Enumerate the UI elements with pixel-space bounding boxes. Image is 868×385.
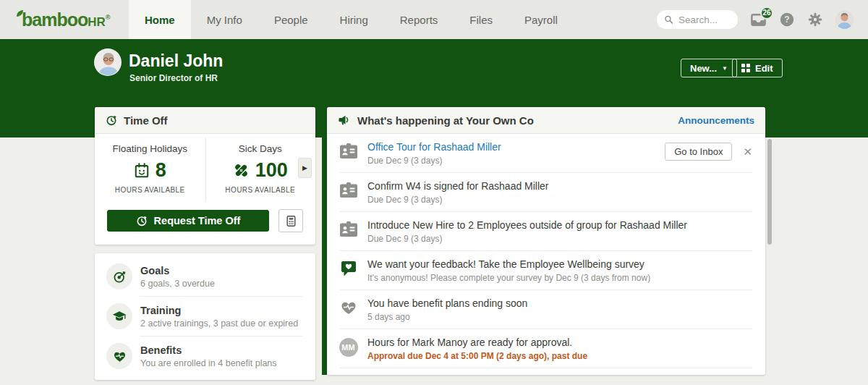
balance-floating-holidays[interactable]: Floating Holidays 8 HOURS AVAILABLE — [95, 143, 205, 194]
tab-home[interactable]: Home — [129, 0, 191, 39]
help-button[interactable]: ? — [779, 12, 795, 28]
search-input[interactable] — [678, 14, 731, 25]
time-off-clock-icon — [106, 114, 117, 126]
id-badge-icon — [339, 221, 358, 237]
id-badge-icon — [339, 182, 358, 198]
feed-item-benefit-plans: You have benefit plans ending soon 5 day… — [327, 290, 765, 329]
feed-item-title[interactable]: We want your feedback! Take the Employee… — [367, 258, 650, 270]
next-arrow-icon: ▶ — [302, 164, 307, 172]
balance-calculator-button[interactable] — [278, 209, 303, 232]
chevron-down-icon: ▼ — [722, 65, 728, 72]
balance-value: 8 — [156, 161, 166, 180]
carousel-next-button[interactable]: ▶ — [298, 158, 312, 178]
feed-left-accent — [322, 134, 327, 375]
balance-label: Floating Holidays — [95, 143, 205, 154]
feed-item-confirm-w4: Confirm W4 is signed for Rashaad Miller … — [327, 173, 765, 211]
feed-item-subtitle: It's anonymous! Please complete your sur… — [367, 273, 650, 283]
time-off-title: Time Off — [124, 114, 168, 127]
feed-item-subtitle: 5 days ago — [367, 312, 527, 322]
tab-files[interactable]: Files — [454, 0, 509, 39]
summary-row-benefits[interactable]: Benefits You are enrolled in 4 benefit p… — [95, 337, 315, 376]
tab-people[interactable]: People — [258, 0, 324, 39]
balance-label: Sick Days — [205, 143, 316, 154]
megaphone-icon — [338, 114, 351, 127]
announcements-link[interactable]: Announcements — [678, 115, 754, 126]
summary-title: Benefits — [140, 344, 277, 356]
time-off-card: Time Off Floating Holidays 8 HOURS AVAIL… — [95, 107, 315, 245]
feed-item-subtitle-overdue: Approval due Dec 4 at 5:00 PM (2 days ag… — [367, 351, 587, 361]
request-clock-icon — [136, 215, 148, 227]
feed-item-subtitle: Due Dec 9 (3 days) — [367, 156, 501, 166]
settings-button[interactable] — [807, 12, 823, 28]
tab-payroll[interactable]: Payroll — [509, 0, 574, 39]
feed-item-subtitle: Due Dec 9 (3 days) — [367, 234, 687, 244]
summary-row-training[interactable]: Training 2 active trainings, 3 past due … — [95, 297, 315, 336]
gear-icon — [807, 12, 823, 28]
search-box[interactable] — [657, 10, 738, 29]
employee-name: Daniel John — [129, 51, 223, 71]
feed-item-title[interactable]: You have benefit plans ending soon — [367, 297, 527, 309]
svg-text:?: ? — [784, 14, 789, 25]
benefits-heart-icon — [340, 299, 357, 316]
tab-hiring[interactable]: Hiring — [324, 0, 384, 39]
balance-value: 100 — [255, 161, 288, 180]
feed-item-wellbeing-survey: We want your feedback! Take the Employee… — [327, 251, 765, 289]
inbox-button[interactable]: 26 — [750, 12, 767, 28]
notification-badge: 26 — [760, 7, 773, 20]
grid-icon — [741, 64, 750, 72]
go-to-inbox-button[interactable]: Go to Inbox — [665, 143, 732, 161]
initials-avatar: MM — [339, 338, 358, 357]
summary-card: Goals 6 goals, 3 overdue Training 2 acti… — [95, 253, 315, 380]
bandage-icon — [233, 162, 250, 179]
nav-right-cluster: 26 ? — [657, 0, 868, 39]
feed-item-title[interactable]: Office Tour for Rashaad Miller — [367, 141, 501, 153]
calendar-smile-icon — [134, 163, 150, 179]
profile-avatar[interactable] — [94, 48, 122, 76]
summary-subtitle: You are enrolled in 4 benefit plans — [140, 358, 277, 368]
employee-job-title: Senior Director of HR — [129, 73, 218, 83]
summary-title: Training — [140, 305, 298, 316]
top-nav: bambooHR® Home My Info People Hiring Rep… — [0, 0, 868, 39]
feed-item-title[interactable]: Hours for Mark Manoy are ready for appro… — [367, 337, 587, 348]
user-avatar[interactable] — [835, 11, 854, 29]
benefits-heart-icon — [113, 350, 127, 363]
training-cap-icon — [112, 309, 127, 323]
feedback-bubble-icon — [340, 260, 357, 277]
feed-item-title[interactable]: Introduce New Hire to 2 Employees outsid… — [367, 219, 687, 231]
id-badge-icon — [339, 143, 358, 159]
question-icon: ? — [779, 12, 795, 28]
new-button[interactable]: New...▼ — [681, 59, 737, 77]
feed-item-kim-johnson-hours: Hours for Kim Johnson are ready for appr… — [327, 368, 765, 375]
logo-text: bambooHR® — [22, 9, 110, 30]
time-off-balances: Floating Holidays 8 HOURS AVAILABLE Sick… — [95, 134, 315, 194]
tab-reports[interactable]: Reports — [384, 0, 454, 39]
feed-item-subtitle: Due Dec 9 (3 days) — [367, 195, 549, 205]
summary-subtitle: 2 active trainings, 3 past due or expire… — [140, 318, 298, 329]
feed-title: What's happening at Your Own Co — [357, 114, 534, 127]
time-off-header: Time Off — [95, 107, 315, 134]
balance-unit: HOURS AVAILABLE — [95, 186, 205, 194]
goals-target-icon — [113, 270, 127, 284]
request-time-off-button[interactable]: Request Time Off — [107, 210, 269, 232]
feed-scrollbar-thumb[interactable] — [767, 139, 772, 245]
summary-row-goals[interactable]: Goals 6 goals, 3 overdue — [95, 257, 315, 296]
main-tabs: Home My Info People Hiring Reports Files… — [129, 0, 574, 39]
balance-divider — [205, 138, 206, 201]
feed-header: What's happening at Your Own Co Announce… — [327, 107, 765, 134]
feed-item-title[interactable]: Confirm W4 is signed for Rashaad Miller — [367, 180, 549, 192]
balance-unit: HOURS AVAILABLE — [205, 186, 316, 194]
leaf-icon — [16, 9, 25, 18]
close-icon[interactable]: ✕ — [743, 146, 752, 157]
feed-item-mark-manoy-hours: MM Hours for Mark Manoy are ready for ap… — [327, 329, 765, 368]
feed-item-office-tour: Office Tour for Rashaad Miller Due Dec 9… — [327, 134, 765, 172]
summary-subtitle: 6 goals, 3 overdue — [140, 279, 215, 289]
calculator-icon — [285, 215, 297, 227]
feed-item-introduce-new-hire: Introduce New Hire to 2 Employees outsid… — [327, 212, 765, 250]
edit-button[interactable]: Edit — [732, 59, 783, 77]
summary-title: Goals — [140, 265, 215, 276]
bamboohr-logo[interactable]: bambooHR® — [0, 0, 122, 39]
search-icon — [664, 14, 673, 25]
tab-my-info[interactable]: My Info — [191, 0, 258, 39]
whats-happening-card: What's happening at Your Own Co Announce… — [327, 107, 765, 375]
